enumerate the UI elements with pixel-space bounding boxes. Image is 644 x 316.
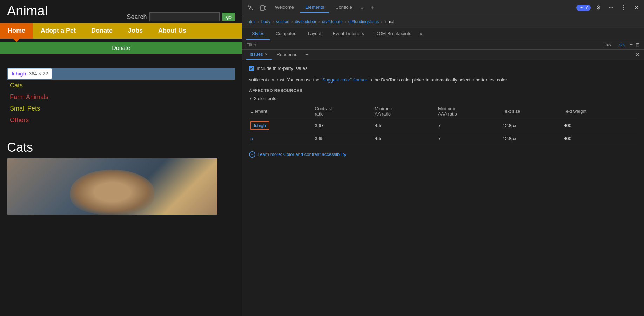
element-cell-1: li.high (249, 118, 314, 133)
breadcrumb-div-donate[interactable]: div#donate (321, 19, 344, 25)
cats-heading: Cats (0, 133, 242, 158)
svg-rect-1 (261, 6, 264, 11)
include-third-party-row: Include third-party issues (249, 66, 637, 71)
sub-tabs: Styles Computed Layout Event Listeners D… (242, 28, 644, 40)
filter-input[interactable] (246, 42, 598, 47)
min-aaa-1: 7 (437, 118, 501, 133)
rendering-tab[interactable]: Rendering (272, 50, 303, 59)
element-picker-icon[interactable] (245, 2, 256, 13)
contrast-ratio-1: 3.67 (314, 118, 374, 133)
new-bottom-tab-button[interactable]: + (303, 50, 311, 59)
sub-tab-dom-breakpoints[interactable]: DOM Breakpoints (370, 28, 417, 40)
issues-tab-close-icon[interactable]: × (264, 52, 268, 57)
devtools-content: Include third-party issues sufficient co… (242, 60, 644, 316)
topbar-right: ✉ 7 ⚙ ⋮ ✕ (576, 3, 641, 13)
customize-icon[interactable] (606, 3, 616, 13)
breadcrumb-html[interactable]: html (246, 19, 257, 25)
add-style-rule-icon[interactable]: + (630, 41, 633, 48)
svg-point-7 (612, 7, 613, 8)
search-bar: Search go (71, 12, 235, 21)
include-third-party-checkbox[interactable] (249, 66, 254, 71)
sidebar-item-farm-animals[interactable]: Farm Animals (7, 91, 235, 103)
sidebar-item-others[interactable]: Others (7, 114, 235, 126)
tab-elements[interactable]: Elements (300, 2, 329, 13)
more-sub-tabs-icon[interactable]: » (417, 29, 425, 39)
element-link-p[interactable]: p (250, 136, 253, 141)
suggest-color-link[interactable]: "Suggest color" feature (321, 77, 367, 83)
breadcrumb-ul-funding[interactable]: ul#fundingstatus (347, 19, 380, 25)
badge-count: 7 (585, 5, 588, 10)
min-aaa-2: 7 (437, 133, 501, 144)
issues-badge[interactable]: ✉ 7 (576, 5, 591, 11)
sidebar-list: Dogs Cats Farm Animals Small Pets Others (0, 54, 242, 133)
contrast-table: Element Contrastratio MinimumAA ratio Mi… (249, 105, 637, 144)
toggle-sidebar-icon[interactable]: ⊡ (636, 42, 640, 47)
svg-point-6 (611, 7, 612, 8)
more-options-icon[interactable]: ⋮ (619, 3, 629, 13)
breadcrumb-body[interactable]: body (260, 19, 272, 25)
nav-item-about[interactable]: About Us (150, 23, 194, 39)
search-label: Search (127, 13, 147, 21)
contrast-ratio-2: 3.65 (314, 133, 374, 144)
sidebar-item-cats[interactable]: Cats (7, 80, 235, 91)
text-size-1: 12.8px (501, 118, 563, 133)
disclosure-arrow-icon: ▼ (249, 97, 253, 100)
element-cell-2: p (249, 133, 314, 144)
tooltip-class: li.high (12, 71, 26, 77)
text-weight-1: 400 (562, 118, 637, 133)
close-devtools-button[interactable]: ✕ (631, 3, 641, 13)
nav-item-adopt[interactable]: Adopt a Pet (33, 23, 83, 39)
min-aa-1: 4.5 (373, 118, 436, 133)
table-row: p 3.65 4.5 7 12.8px 400 (249, 133, 637, 144)
table-row: li.high 3.67 4.5 7 12.8px 400 (249, 118, 637, 133)
tab-welcome[interactable]: Welcome (270, 2, 299, 13)
more-tabs-icon[interactable]: » (358, 3, 367, 12)
filter-bar: :hov .cls + ⊡ (242, 40, 644, 50)
sub-tab-layout[interactable]: Layout (302, 28, 327, 40)
issues-tab-label: Issues (250, 52, 263, 57)
breadcrumb-li-high[interactable]: li.high (383, 19, 397, 25)
search-go-button[interactable]: go (222, 13, 235, 21)
tooltip-size: 364 × 22 (29, 71, 48, 77)
sub-tab-styles[interactable]: Styles (246, 28, 270, 40)
devtools-panel: Welcome Elements Console » + ✉ 7 ⚙ ⋮ ✕ h… (242, 0, 644, 316)
search-input[interactable] (149, 12, 220, 21)
svg-rect-2 (264, 6, 266, 9)
learn-more-link[interactable]: → Learn more: Color and contrast accessi… (249, 151, 637, 158)
breadcrumb-section[interactable]: section (275, 19, 291, 25)
sub-tab-computed[interactable]: Computed (270, 28, 302, 40)
text-weight-2: 400 (562, 133, 637, 144)
svg-point-5 (609, 7, 610, 8)
close-bottom-panel-icon[interactable]: ✕ (635, 51, 640, 58)
col-element: Element (249, 105, 314, 118)
elements-count: 2 elements (254, 96, 276, 101)
site-title: Animal (7, 4, 48, 19)
elements-disclosure[interactable]: ▼ 2 elements (249, 96, 637, 101)
settings-icon[interactable]: ⚙ (593, 3, 603, 13)
col-contrast: Contrastratio (314, 105, 374, 118)
sub-tab-event-listeners[interactable]: Event Listeners (327, 28, 370, 40)
site-header: Animal Search go (0, 0, 242, 23)
devtools-topbar: Welcome Elements Console » + ✉ 7 ⚙ ⋮ ✕ (242, 0, 644, 15)
tab-console[interactable]: Console (330, 2, 357, 13)
nav-item-home[interactable]: Home (0, 23, 33, 39)
include-third-party-label: Include third-party issues (257, 66, 308, 71)
nav-item-jobs[interactable]: Jobs (120, 23, 150, 39)
cls-button[interactable]: .cls (616, 41, 627, 48)
svg-line-0 (251, 9, 253, 10)
sidebar-item-small-pets[interactable]: Small Pets (7, 103, 235, 114)
new-tab-button[interactable]: + (368, 2, 377, 13)
text-size-2: 12.8px (501, 133, 563, 144)
donate-bar[interactable]: Donate (0, 42, 242, 54)
contrast-description: sufficient contrast. You can use the "Su… (249, 77, 637, 84)
learn-more-icon: → (249, 151, 255, 158)
nav-item-donate[interactable]: Donate (83, 23, 120, 39)
element-tooltip: li.high 364 × 22 (8, 68, 52, 79)
device-toolbar-icon[interactable] (257, 2, 269, 13)
breadcrumb-div-sidebar[interactable]: div#sidebar (294, 19, 318, 25)
hov-button[interactable]: :hov (601, 41, 613, 48)
cat-image (7, 158, 217, 215)
issues-tab[interactable]: Issues × (246, 50, 272, 60)
element-link-li-high[interactable]: li.high (250, 121, 269, 130)
svg-text:✉: ✉ (580, 6, 583, 9)
